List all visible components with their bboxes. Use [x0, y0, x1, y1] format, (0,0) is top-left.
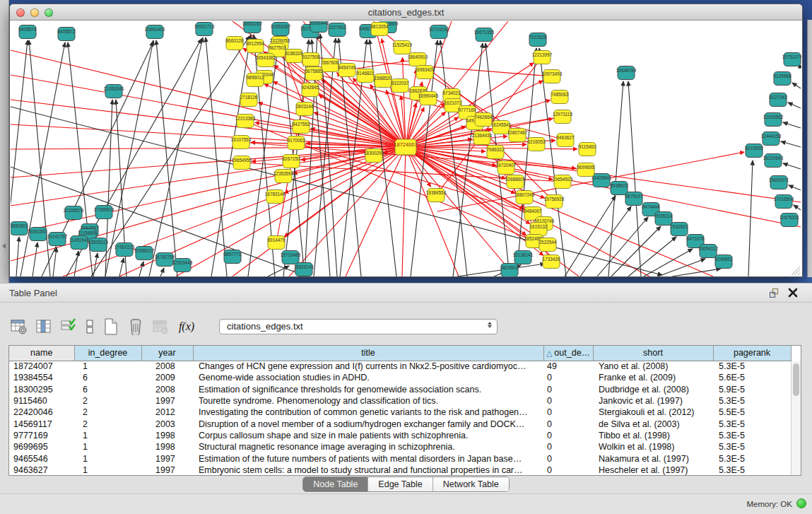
citation-network-graph[interactable]: 9405574840557220691406199317131855328710…	[11, 21, 801, 276]
float-panel-icon[interactable]	[770, 288, 779, 298]
control-panel-collapsed-strip[interactable]	[0, 0, 9, 283]
column-header-short[interactable]: short	[593, 346, 713, 361]
graph-edge	[783, 163, 801, 169]
graph-node-label: 12353594	[273, 171, 294, 176]
column-header-in_degree[interactable]: in_degree	[74, 346, 141, 361]
graph-node-label: 18553287	[242, 21, 263, 26]
table-cell: 0	[543, 384, 593, 395]
expand-panel-arrow-icon[interactable]	[2, 243, 6, 249]
table-row[interactable]: 1456911722003Disruption of a novel membe…	[9, 418, 791, 429]
graph-node-label: 9129966	[774, 74, 792, 78]
graph-node-label: 16990445	[418, 93, 439, 98]
column-header-year[interactable]: year	[141, 346, 193, 361]
graph-node-label: 12444158	[761, 134, 782, 139]
graph-node-label: 8267150	[283, 156, 300, 161]
window-resize-grip[interactable]	[790, 265, 800, 275]
graph-node-label: 15138141	[513, 252, 534, 257]
table-cell: 49	[543, 361, 593, 372]
tab-edge-table[interactable]: Edge Table	[368, 477, 433, 491]
graph-node-label: 9474444	[642, 204, 660, 209]
graph-node-label: 9896012	[247, 75, 264, 80]
column-header-out_de[interactable]: △out_de…	[543, 346, 593, 361]
table-cell: 1997	[141, 465, 193, 476]
graph-node-label: 9242845	[302, 85, 319, 90]
table-panel-header[interactable]: Table Panel	[0, 284, 812, 303]
graph-edge	[580, 206, 631, 276]
table-cell: 5.5E-5	[713, 407, 791, 418]
import-table-button[interactable]	[151, 317, 170, 337]
table-settings-button[interactable]	[10, 317, 28, 337]
table-row[interactable]: 946554611997Estimation of the future num…	[9, 452, 791, 464]
graph-node-label: 10807487	[507, 130, 528, 135]
close-panel-icon[interactable]	[788, 288, 798, 298]
table-selector-dropdown[interactable]: citations_edges.txt	[219, 319, 498, 334]
graph-node-label: 10958107	[134, 248, 155, 253]
table-cell: Dudbridge et al. (2008)	[593, 384, 713, 395]
graph-node-label: 18640910	[408, 54, 428, 59]
table-row[interactable]: 946362711997Embryonic stem cells: a mode…	[9, 465, 791, 476]
table-cell: Wolkin et al. (1998)	[593, 441, 713, 452]
table-row[interactable]: 1830029562008Estimation of significance …	[9, 384, 791, 395]
row-height-button[interactable]	[84, 317, 95, 337]
graph-node-label: 9699695	[577, 165, 595, 170]
table-cell: Stergiakouli et al. (2012)	[593, 407, 713, 418]
function-builder-button[interactable]: f(x)	[176, 317, 197, 337]
column-header-title[interactable]: title	[193, 346, 543, 361]
graph-node-label: 9170063	[288, 138, 305, 143]
table-cell: 5.3E-5	[713, 441, 791, 452]
delete-column-button[interactable]	[126, 317, 145, 337]
table-cell: Genome-wide association studies in ADHD.	[193, 372, 543, 383]
table-cell: Estimation of the future numbers of pati…	[193, 452, 543, 464]
column-header-name[interactable]: name	[9, 346, 74, 361]
graph-node-label: 11525419	[392, 42, 412, 47]
graph-edge	[437, 152, 744, 211]
graph-node-label: 7986322	[487, 147, 505, 152]
graph-edge	[402, 147, 406, 276]
table-cell: 2009	[141, 372, 193, 383]
table-row[interactable]: 1872400712008Changes of HCN gene express…	[9, 361, 791, 372]
table-row[interactable]: 977716911998Corpus callosum shape and si…	[9, 430, 791, 441]
table-cell: 2003	[141, 418, 193, 429]
network-window-titlebar[interactable]: citations_edges.txt	[10, 4, 802, 21]
tab-network-table[interactable]: Network Table	[433, 477, 509, 491]
table-cell: 2	[74, 395, 141, 407]
table-cell: Disruption of a novel member of a sodium…	[193, 418, 543, 429]
table-row[interactable]: 2242004622012Investigating the contribut…	[9, 407, 791, 418]
graph-node-label: 9857771	[224, 252, 242, 257]
table-row[interactable]: 911546021997Tourette syndrome. Phenomeno…	[9, 395, 791, 407]
graph-node-label: 16648784	[616, 68, 637, 73]
graph-node-label: 21053346	[104, 86, 124, 91]
tab-node-table[interactable]: Node Table	[303, 477, 368, 491]
graph-node-label: 9327508	[302, 54, 320, 59]
graph-node-label: 7485063	[551, 92, 569, 97]
graph-node-label: 8471676	[687, 236, 705, 241]
table-cell: 5.6E-5	[713, 372, 791, 383]
table-cell: 5.3E-5	[713, 418, 791, 429]
table-row[interactable]: 969969511998Structural magnetic resonanc…	[9, 441, 791, 452]
column-header-pagerank[interactable]: pagerank	[713, 346, 791, 361]
table-cell: de Silva et al. (2003)	[593, 418, 713, 429]
table-row[interactable]: 1938455462009Genome-wide association stu…	[9, 372, 791, 383]
table-cell: Tibbo et al. (1998)	[593, 430, 713, 441]
trash-icon	[129, 318, 143, 335]
window-title: citations_edges.txt	[10, 7, 802, 18]
graph-edge	[268, 266, 289, 276]
graph-node-label: 12213997	[532, 52, 553, 57]
table-scrollbar[interactable]	[791, 361, 801, 475]
table-scrollbar-thumb[interactable]	[793, 363, 799, 396]
network-window[interactable]: citations_edges.txt 94055748405572206914…	[9, 4, 803, 277]
graph-node-label: 10973493	[542, 71, 563, 76]
network-canvas[interactable]: 9405574840557220691406199317131855328710…	[11, 21, 801, 276]
graph-edge	[794, 205, 801, 210]
graph-node-label: 8938923	[611, 183, 628, 188]
graph-edge	[119, 258, 124, 276]
table-cell: 1	[74, 452, 141, 464]
new-column-button[interactable]	[102, 317, 120, 337]
select-rows-button[interactable]	[59, 317, 78, 337]
graph-node-label: 20691406	[145, 27, 165, 32]
show-columns-button[interactable]	[35, 317, 53, 337]
table-cell: Estimation of significance thresholds fo…	[193, 384, 543, 395]
graph-node-label: 9824501	[501, 265, 519, 270]
graph-node-label: 8322037	[392, 81, 409, 86]
graph-node-label: 10653287	[271, 24, 291, 29]
